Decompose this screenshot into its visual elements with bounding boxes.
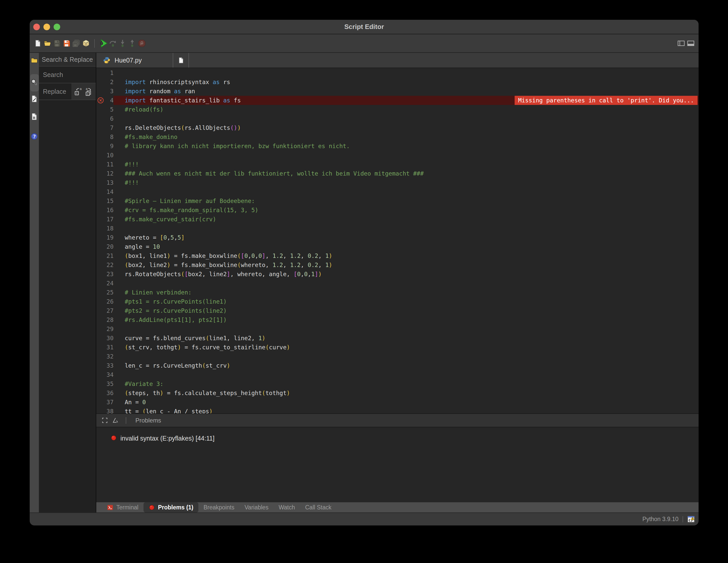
line-number: 15 bbox=[96, 196, 114, 206]
code-line[interactable]: 11#!!! bbox=[96, 160, 699, 169]
code-line[interactable]: 30curve = fs.blend_curves(line1, line2, … bbox=[96, 334, 699, 343]
code-line[interactable]: 26#pts1 = rs.CurvePoints(line1) bbox=[96, 297, 699, 306]
line-number: 26 bbox=[96, 297, 114, 306]
inline-error-badge: Missing parentheses in call to 'print'. … bbox=[515, 96, 698, 105]
toggle-sidebar-button[interactable] bbox=[676, 37, 686, 50]
search-input[interactable] bbox=[39, 67, 96, 83]
runtime-label[interactable]: Python 3.9.10 bbox=[642, 516, 678, 523]
code-line[interactable]: 28#rs.AddLine(pts1[1], pts2[1]) bbox=[96, 315, 699, 324]
save-as-button[interactable] bbox=[62, 37, 71, 50]
new-tab-button[interactable] bbox=[173, 53, 188, 68]
code-line[interactable]: 20angle = 10 bbox=[96, 242, 699, 251]
code-line[interactable]: 24 bbox=[96, 279, 699, 288]
line-number: 21 bbox=[96, 251, 114, 260]
new-file-button[interactable] bbox=[33, 37, 42, 50]
code-line[interactable]: 7rs.DeleteObjects(rs.AllObjects()) bbox=[96, 123, 699, 132]
sidebar-item-snippets[interactable] bbox=[30, 95, 38, 103]
code-line[interactable]: 4import fantastic_stairs_lib as fsMissin… bbox=[96, 96, 699, 105]
code-line[interactable]: 18 bbox=[96, 224, 699, 233]
code-line[interactable]: 2import rhinoscriptsyntax as rs bbox=[96, 77, 699, 87]
line-number: 27 bbox=[96, 306, 114, 315]
code-line[interactable]: 12### Auch wenn es nicht mit der lib fun… bbox=[96, 169, 699, 178]
code-line[interactable]: 38tt = (len_c - An / steps) bbox=[96, 407, 699, 413]
code-line[interactable]: 1 bbox=[96, 68, 699, 77]
script-editor-window: Script Editor ? Search & Replace caca Hu… bbox=[30, 20, 699, 525]
zoom-button[interactable] bbox=[54, 24, 60, 30]
selection-tool-icon[interactable] bbox=[101, 417, 108, 424]
sidebar-item-help[interactable]: ? bbox=[30, 133, 38, 140]
problem-item[interactable]: invalid syntax (E:pyflakes) [44:11] bbox=[96, 433, 699, 443]
code-line[interactable]: 31(st_crv, tothgt) = fs.curve_to_stairli… bbox=[96, 343, 699, 352]
toggle-panel-button[interactable] bbox=[686, 37, 695, 50]
step-into-button[interactable] bbox=[118, 37, 127, 50]
code-line[interactable]: 25# Linien verbinden: bbox=[96, 288, 699, 297]
bottom-tab-watch[interactable]: Watch bbox=[274, 502, 300, 512]
code-text: #crv = fs.make_random_spiral(15, 3, 5) bbox=[114, 206, 699, 215]
line-number: 31 bbox=[96, 343, 114, 352]
package-button[interactable] bbox=[81, 37, 91, 50]
sidebar-item-files[interactable] bbox=[30, 57, 38, 65]
code-line[interactable]: 33len_c = rs.CurveLength(st_crv) bbox=[96, 361, 699, 370]
code-line[interactable]: 34 bbox=[96, 370, 699, 379]
code-text: #fs.make_curved_stair(crv) bbox=[114, 215, 699, 224]
code-line[interactable]: 16#crv = fs.make_random_spiral(15, 3, 5) bbox=[96, 206, 699, 215]
code-line[interactable]: 32 bbox=[96, 352, 699, 361]
code-line[interactable]: 15#Spirle – Linien immer auf Bodeebene: bbox=[96, 196, 699, 206]
code-line[interactable]: 35#Variate 3: bbox=[96, 379, 699, 388]
code-line[interactable]: 29 bbox=[96, 324, 699, 334]
code-line[interactable]: 14 bbox=[96, 187, 699, 196]
ruler-tool-icon[interactable] bbox=[112, 417, 119, 424]
code-editor[interactable]: 12import rhinoscriptsyntax as rs3import … bbox=[96, 68, 699, 413]
code-text: #!!! bbox=[114, 178, 699, 187]
bottom-tab-call-stack[interactable]: Call Stack bbox=[300, 502, 337, 512]
code-line[interactable]: 9# library kann ich nicht importieren, b… bbox=[96, 142, 699, 151]
sidebar-item-templates[interactable] bbox=[30, 113, 38, 120]
code-line[interactable]: 10 bbox=[96, 151, 699, 160]
code-line[interactable]: 23rs.RotateObjects([box2, line2], wheret… bbox=[96, 270, 699, 279]
minimize-button[interactable] bbox=[43, 24, 50, 30]
code-line[interactable]: 6 bbox=[96, 114, 699, 123]
bottom-tab-label: Variables bbox=[245, 504, 268, 511]
line-number: 29 bbox=[96, 324, 114, 334]
line-number: 25 bbox=[96, 288, 114, 297]
code-line[interactable]: 5#reload(fs) bbox=[96, 105, 699, 114]
replace-next-button[interactable]: ca bbox=[74, 87, 83, 96]
code-line[interactable]: 3import random as ran bbox=[96, 87, 699, 96]
status-bar: Python 3.9.10 bbox=[30, 512, 699, 525]
save-all-button[interactable] bbox=[71, 37, 81, 50]
save-button[interactable] bbox=[52, 37, 62, 50]
step-out-button[interactable] bbox=[127, 37, 137, 50]
code-line[interactable]: 36(steps, th) = fs.calculate_steps_heigh… bbox=[96, 388, 699, 398]
code-text: # library kann ich nicht importieren, bz… bbox=[114, 142, 699, 151]
step-over-button[interactable] bbox=[108, 37, 118, 50]
bottom-tab-variables[interactable]: Variables bbox=[240, 502, 274, 512]
run-debug-button[interactable] bbox=[98, 37, 108, 50]
python-icon bbox=[103, 56, 110, 64]
sidebar-item-search[interactable] bbox=[30, 78, 38, 86]
replace-all-button[interactable]: ca bbox=[85, 87, 93, 96]
code-text bbox=[114, 370, 699, 379]
code-line[interactable]: 27#pts2 = rs.CurvePoints(line2) bbox=[96, 306, 699, 315]
stop-button[interactable] bbox=[137, 37, 147, 50]
problems-panel-title: Problems bbox=[135, 417, 161, 424]
bottom-tab-terminal[interactable]: Terminal bbox=[102, 502, 144, 512]
code-line[interactable]: 37An = 0 bbox=[96, 398, 699, 407]
line-number: 9 bbox=[96, 142, 114, 151]
code-text bbox=[114, 224, 699, 233]
code-line[interactable]: 17#fs.make_curved_stair(crv) bbox=[96, 215, 699, 224]
tab-label: Hue07.py bbox=[115, 57, 142, 64]
code-line[interactable]: 19whereto = [0,5,5] bbox=[96, 233, 699, 242]
bottom-tab-problems-1[interactable]: Problems (1) bbox=[144, 502, 198, 512]
code-text: (st_crv, tothgt) = fs.curve_to_stairline… bbox=[114, 343, 699, 352]
code-line[interactable]: 21(box1, line1) = fs.make_boxwline([0,0,… bbox=[96, 251, 699, 260]
code-line[interactable]: 8#fs.make_domino bbox=[96, 132, 699, 142]
code-line[interactable]: 22(box2, line2) = fs.make_boxwline(where… bbox=[96, 260, 699, 270]
open-file-button[interactable] bbox=[42, 37, 52, 50]
tab-hue07-py[interactable]: Hue07.py bbox=[96, 53, 173, 68]
code-line[interactable]: 13#!!! bbox=[96, 178, 699, 187]
line-number: 37 bbox=[96, 398, 114, 407]
snippets-icon bbox=[30, 100, 38, 103]
close-button[interactable] bbox=[33, 24, 40, 30]
compile-status-icon[interactable] bbox=[687, 515, 695, 523]
bottom-tab-breakpoints[interactable]: Breakpoints bbox=[198, 502, 239, 512]
